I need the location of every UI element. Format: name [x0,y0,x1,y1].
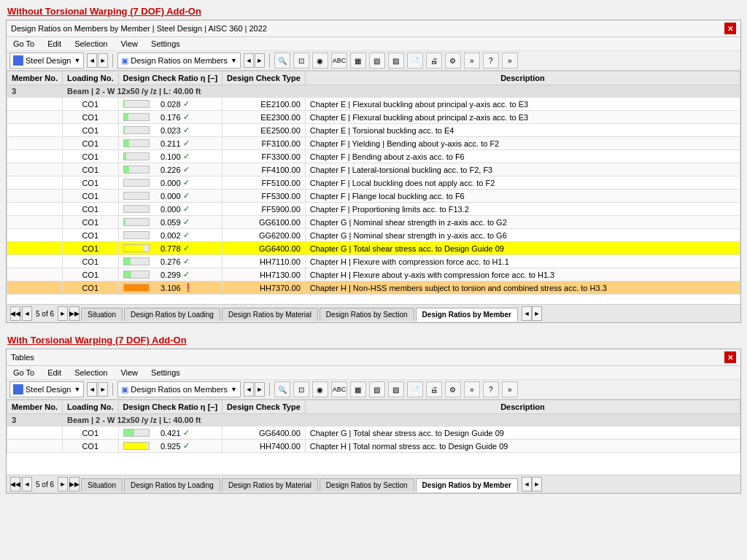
b-ratios-dropdown[interactable]: ▣ Design Ratios on Members ▼ [117,381,241,397]
b-table-btn3[interactable]: ▨ [388,381,404,397]
top-table-body: 3 Beam | 2 - W 12x50 /y /z | L: 40.00 ft… [7,85,740,295]
b-tab-scroll-prev[interactable]: ◄ [522,477,532,491]
top-window-close-button[interactable]: ✕ [724,23,736,34]
menu-selection[interactable]: Selection [72,39,109,49]
help-btn[interactable]: ? [483,52,499,69]
b-highlight-btn[interactable]: ◉ [312,381,328,397]
b-abc-btn[interactable]: ABC [331,381,347,397]
tab-scroll-next[interactable]: ► [532,306,542,321]
b-tab-by-section[interactable]: Design Ratios by Section [320,478,414,491]
menu-view[interactable]: View [118,39,140,49]
description-col: Chapter F | Flange local buckling acc. t… [305,190,740,203]
b-tab-by-material[interactable]: Design Ratios by Material [222,478,318,491]
b-more2-btn[interactable]: » [502,381,518,397]
description-col: Chapter F | Bending about z-axis acc. to… [305,150,740,163]
abc-btn[interactable]: ABC [331,52,347,69]
tab-prev-btn[interactable]: ◄ [22,306,32,321]
tab-by-section[interactable]: Design Ratios by Section [320,308,414,321]
tab-scroll-prev[interactable]: ◄ [522,306,532,321]
tab-first-btn[interactable]: ◀◀ [10,306,20,321]
b-steel-design-dropdown[interactable]: Steel Design ▼ [9,381,84,397]
b-tab-last-btn[interactable]: ▶▶ [69,477,80,491]
loading-no-col: CO1 [62,427,118,440]
tab-next-btn[interactable]: ► [58,306,68,321]
settings-btn[interactable]: ⚙ [445,52,461,69]
tab-by-loading[interactable]: Design Ratios by Loading [124,308,220,321]
b-table-btn2[interactable]: ▧ [369,381,385,397]
loading-no-col: CO1 [62,255,118,268]
b-help-btn[interactable]: ? [483,381,499,397]
b-table-btn1[interactable]: ▦ [350,381,366,397]
member-info-cell: Beam | 2 - W 12x50 /y /z | L: 40.00 ft [62,414,740,427]
description-col: Chapter F | Proportioning limits acc. to… [305,203,740,216]
b-menu-settings[interactable]: Settings [149,368,182,378]
b-print-btn[interactable]: 🖨 [426,381,442,397]
more2-btn[interactable]: » [502,52,518,69]
design-type-col: GG6200.00 [222,229,306,242]
export-btn[interactable]: 📄 [407,52,423,69]
b-settings-btn[interactable]: ⚙ [445,381,461,397]
member-no-col [7,111,63,124]
b-tab-by-loading[interactable]: Design Ratios by Loading [124,478,220,491]
table-row: CO1 0.000 ✓ FF5300.00 Chapter F | Flange… [7,190,740,203]
b-filter-btn[interactable]: ⊡ [293,381,309,397]
b-steel-next-btn[interactable]: ► [98,382,108,397]
member-info-cell: Beam | 2 - W 12x50 /y /z | L: 40.00 ft [62,85,740,98]
table-btn1[interactable]: ▦ [350,52,366,69]
member-no-col [7,190,63,203]
bottom-menubar: Go To Edit Selection View Settings [7,366,740,380]
top-data-table: Member No. Loading No. Design Check Rati… [7,71,740,295]
design-type-col: GG6400.00 [222,242,306,255]
loading-no-col: CO1 [62,176,118,190]
design-type-col: HH7110.00 [222,255,306,268]
top-toolbar: Steel Design ▼ ◄ ► ▣ Design Ratios on Me… [7,51,740,71]
filter-btn[interactable]: ⊡ [293,52,309,69]
b-menu-selection[interactable]: Selection [72,368,109,378]
menu-settings[interactable]: Settings [149,39,182,49]
b-export-btn[interactable]: 📄 [407,381,423,397]
member-no-col [7,229,63,242]
b-tab-prev-btn[interactable]: ◄ [22,477,32,491]
b-tab-next-btn[interactable]: ► [58,477,68,491]
table-row: CO1 0.925 ✓ HH7400.00 Chapter H | Total … [7,440,740,453]
menu-goto[interactable]: Go To [11,39,36,49]
b-menu-edit[interactable]: Edit [45,368,63,378]
tab-by-member[interactable]: Design Ratios by Member [416,308,518,322]
ratios-next-btn[interactable]: ► [255,53,265,68]
steel-design-dropdown[interactable]: Steel Design ▼ [9,52,84,69]
top-window: Design Ratios on Members by Member | Ste… [6,20,741,323]
b-search-btn[interactable]: 🔍 [274,381,290,397]
b-tab-first-btn[interactable]: ◀◀ [10,477,20,491]
design-ratio-col: 0.000 ✓ [118,203,222,216]
more-btn[interactable]: » [464,52,480,69]
b-tab-situation[interactable]: Situation [81,478,123,491]
loading-no-col: CO1 [62,440,118,453]
highlight-btn[interactable]: ◉ [312,52,328,69]
ratios-dropdown[interactable]: ▣ Design Ratios on Members ▼ [117,52,241,69]
ratios-prev-btn[interactable]: ◄ [244,53,254,68]
b-steel-prev-btn[interactable]: ◄ [87,382,97,397]
steel-next-btn[interactable]: ► [98,53,108,68]
b-tab-by-member[interactable]: Design Ratios by Member [416,478,518,492]
loading-no-col: CO1 [62,229,118,242]
b-ratios-next-btn[interactable]: ► [255,382,265,397]
steel-prev-btn[interactable]: ◄ [87,53,97,68]
search-btn[interactable]: 🔍 [274,52,290,69]
b-more-btn[interactable]: » [464,381,480,397]
table-btn2[interactable]: ▧ [369,52,385,69]
b-tab-scroll-next[interactable]: ► [532,477,542,491]
menu-edit[interactable]: Edit [45,39,63,49]
b-toolbar-sep-1 [112,383,113,396]
loading-no-col: CO1 [62,98,118,111]
tab-situation[interactable]: Situation [81,308,123,321]
tab-by-material[interactable]: Design Ratios by Material [222,308,318,321]
member-no-col [7,163,63,176]
b-menu-goto[interactable]: Go To [11,368,36,378]
print-btn[interactable]: 🖨 [426,52,442,69]
b-menu-view[interactable]: View [118,368,140,378]
table-btn3[interactable]: ▨ [388,52,404,69]
table-row: CO1 0.176 ✓ EE2300.00 Chapter E | Flexur… [7,111,740,124]
b-ratios-prev-btn[interactable]: ◄ [244,382,254,397]
tab-last-btn[interactable]: ▶▶ [69,306,80,321]
bottom-window-close-button[interactable]: ✕ [724,351,736,363]
